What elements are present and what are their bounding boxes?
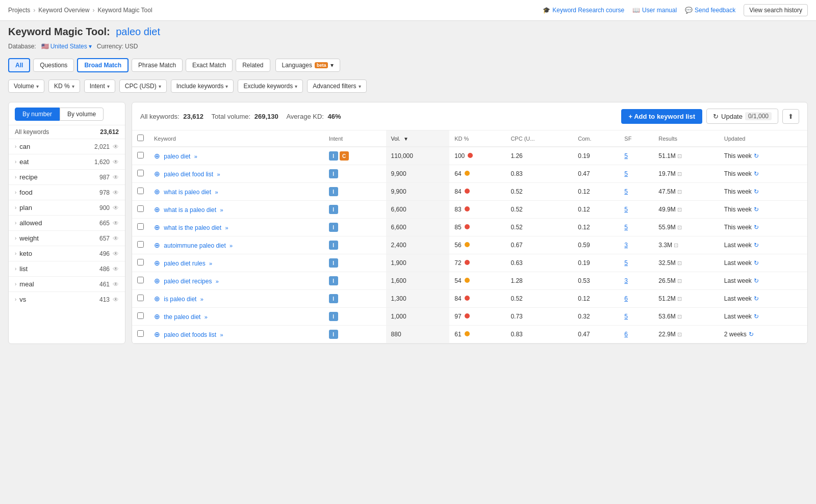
by-volume-button[interactable]: By volume	[60, 108, 104, 121]
sidebar-item[interactable]: › vs 413 👁	[9, 291, 125, 307]
sf-number[interactable]: 6	[624, 295, 628, 302]
sidebar-item[interactable]: › meal 461 👁	[9, 276, 125, 291]
row-checkbox[interactable]	[137, 205, 144, 212]
sf-number[interactable]: 5	[624, 259, 628, 267]
keyword-link[interactable]: paleo diet foods list	[164, 331, 216, 338]
include-keywords-filter[interactable]: Include keywords ▾	[171, 79, 234, 93]
tab-questions[interactable]: Questions	[33, 59, 74, 72]
keyword-link[interactable]: paleo diet food list	[164, 171, 213, 178]
column-volume[interactable]: Vol. ▼	[386, 130, 450, 147]
sf-number[interactable]: 3	[624, 242, 628, 249]
refresh-icon[interactable]: ↻	[754, 259, 759, 267]
sidebar-item[interactable]: › can 2,021 👁	[9, 139, 125, 154]
sidebar-item[interactable]: › plan 900 👁	[9, 200, 125, 215]
sf-number[interactable]: 5	[624, 152, 628, 160]
row-checkbox[interactable]	[137, 295, 144, 301]
refresh-icon[interactable]: ↻	[754, 295, 759, 302]
by-number-button[interactable]: By number	[15, 108, 60, 121]
volume-filter[interactable]: Volume ▾	[8, 79, 44, 93]
refresh-icon[interactable]: ↻	[754, 152, 759, 160]
languages-dropdown[interactable]: Languages beta ▾	[275, 59, 341, 72]
refresh-icon[interactable]: ↻	[754, 313, 759, 320]
keyword-link[interactable]: paleo diet	[164, 153, 190, 160]
export-button[interactable]: ⬆	[782, 109, 799, 124]
sidebar-item[interactable]: › keto 496 👁	[9, 246, 125, 261]
select-all-checkbox[interactable]	[137, 135, 144, 141]
add-circle-icon[interactable]: ⊕	[154, 277, 160, 285]
expand-icon: ›	[15, 251, 16, 256]
tab-related[interactable]: Related	[236, 59, 270, 72]
add-circle-icon[interactable]: ⊕	[154, 152, 160, 160]
row-checkbox[interactable]	[137, 312, 144, 319]
eye-icon: 👁	[113, 158, 119, 166]
row-checkbox[interactable]	[137, 170, 144, 176]
sidebar-item[interactable]: › recipe 987 👁	[9, 169, 125, 184]
keyword-link[interactable]: what is the paleo diet	[164, 224, 221, 231]
sf-number[interactable]: 3	[624, 277, 628, 284]
sidebar-item[interactable]: › food 978 👁	[9, 184, 125, 200]
sf-number[interactable]: 5	[624, 170, 628, 177]
sidebar-item[interactable]: › weight 657 👁	[9, 230, 125, 246]
row-checkbox[interactable]	[137, 152, 144, 158]
tab-phrase-match[interactable]: Phrase Match	[132, 59, 183, 72]
add-circle-icon[interactable]: ⊕	[154, 312, 160, 321]
row-checkbox[interactable]	[137, 259, 144, 266]
refresh-icon[interactable]: ↻	[754, 188, 759, 195]
keyword-link[interactable]: autoimmune paleo diet	[164, 242, 225, 249]
exclude-keywords-filter[interactable]: Exclude keywords ▾	[238, 79, 303, 93]
refresh-icon[interactable]: ↻	[754, 206, 759, 213]
sf-number[interactable]: 6	[624, 331, 628, 338]
user-manual-link[interactable]: 📖 User manual	[632, 7, 677, 14]
row-checkbox[interactable]	[137, 188, 144, 194]
sidebar-item[interactable]: › list 486 👁	[9, 261, 125, 276]
keyword-link[interactable]: is paleo diet	[164, 296, 196, 303]
add-to-keyword-list-button[interactable]: + Add to keyword list	[621, 109, 702, 124]
add-circle-icon[interactable]: ⊕	[154, 330, 160, 338]
sf-number[interactable]: 5	[624, 206, 628, 213]
sf-number[interactable]: 5	[624, 188, 628, 195]
keyword-link[interactable]: paleo diet rules	[164, 260, 205, 267]
advanced-filters[interactable]: Advanced filters ▾	[307, 79, 366, 93]
refresh-icon[interactable]: ↻	[754, 170, 759, 177]
refresh-icon[interactable]: ↻	[754, 224, 759, 231]
send-feedback-link[interactable]: 💬 Send feedback	[685, 7, 735, 14]
update-button[interactable]: ↻ Update 0/1,000	[706, 109, 778, 124]
sidebar-item[interactable]: › allowed 665 👁	[9, 215, 125, 230]
keyword-research-course-link[interactable]: 🎓 Keyword Research course	[543, 7, 624, 14]
add-circle-icon[interactable]: ⊕	[154, 205, 160, 214]
sf-number[interactable]: 5	[624, 313, 628, 320]
add-circle-icon[interactable]: ⊕	[154, 188, 160, 196]
row-checkbox[interactable]	[137, 330, 144, 337]
row-checkbox-cell	[132, 165, 149, 183]
tab-exact-match[interactable]: Exact Match	[186, 59, 233, 72]
breadcrumb-keyword-overview[interactable]: Keyword Overview	[38, 7, 89, 14]
breadcrumb-projects[interactable]: Projects	[8, 7, 30, 14]
cpc-filter[interactable]: CPC (USD) ▾	[119, 79, 167, 93]
add-circle-icon[interactable]: ⊕	[154, 259, 160, 267]
row-checkbox[interactable]	[137, 241, 144, 248]
tab-all[interactable]: All	[8, 58, 30, 72]
kd-filter[interactable]: KD % ▾	[48, 79, 80, 93]
keyword-cell: ⊕ autoimmune paleo diet »	[149, 236, 324, 254]
view-history-button[interactable]: View search history	[744, 4, 808, 16]
row-checkbox[interactable]	[137, 277, 144, 283]
refresh-icon[interactable]: ↻	[754, 277, 759, 284]
refresh-icon[interactable]: ↻	[749, 331, 754, 338]
sf-number[interactable]: 5	[624, 224, 628, 231]
database-selector[interactable]: 🇺🇸 United States ▾	[41, 43, 92, 50]
keyword-link[interactable]: what is a paleo diet	[164, 206, 216, 214]
keyword-link[interactable]: the paleo diet	[164, 313, 200, 321]
add-circle-icon[interactable]: ⊕	[154, 241, 160, 249]
keyword-cell: ⊕ what is the paleo diet »	[149, 219, 324, 236]
tab-broad-match[interactable]: Broad Match	[77, 58, 129, 72]
intent-filter[interactable]: Intent ▾	[84, 79, 115, 93]
add-circle-icon[interactable]: ⊕	[154, 223, 160, 231]
results-icon: ⊡	[677, 331, 682, 337]
sidebar-item[interactable]: › eat 1,620 👁	[9, 154, 125, 169]
keyword-link[interactable]: paleo diet recipes	[164, 278, 212, 285]
refresh-icon[interactable]: ↻	[754, 242, 759, 249]
row-checkbox[interactable]	[137, 223, 144, 230]
keyword-link[interactable]: what is paleo diet	[164, 189, 211, 196]
add-circle-icon[interactable]: ⊕	[154, 170, 160, 178]
add-circle-icon[interactable]: ⊕	[154, 295, 160, 303]
